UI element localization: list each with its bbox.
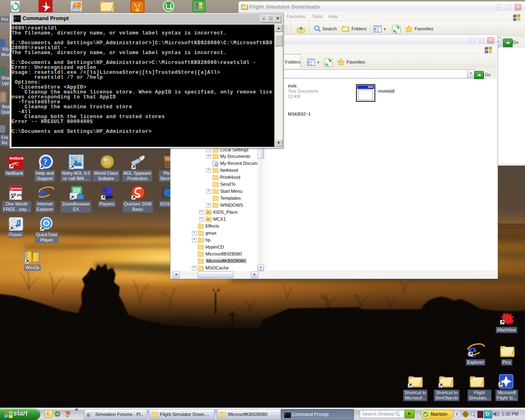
- svg-text:?: ?: [43, 158, 48, 166]
- svg-text:Quicken: Quicken: [10, 187, 22, 190]
- svg-text:NetBank: NetBank: [9, 156, 24, 160]
